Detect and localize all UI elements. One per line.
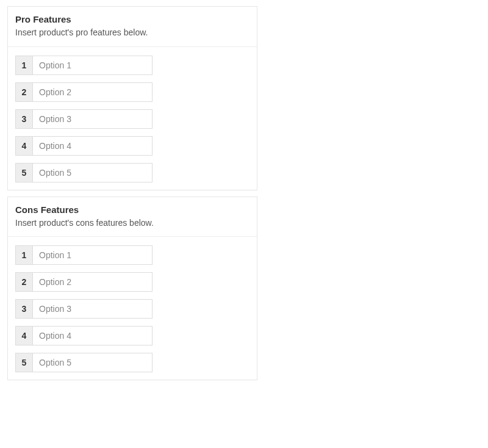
cons-option-number-2: 2: [15, 272, 32, 292]
pro-option-number-5: 5: [15, 163, 32, 182]
cons-option-row-2: 2: [15, 272, 152, 292]
cons-features-title: Cons Features: [15, 203, 249, 216]
cons-option-number-3: 3: [15, 299, 32, 319]
cons-option-row-5: 5: [15, 353, 152, 372]
cons-option-row-3: 3: [15, 299, 152, 319]
pro-option-input-4[interactable]: [32, 136, 152, 156]
cons-features-header: Cons Features Insert product's cons feat…: [8, 197, 257, 237]
cons-features-panel: Cons Features Insert product's cons feat…: [7, 197, 257, 381]
pro-features-title: Pro Features: [15, 13, 249, 26]
pro-option-row-5: 5: [15, 163, 152, 182]
pro-option-row-2: 2: [15, 82, 152, 102]
pro-option-row-1: 1: [15, 56, 152, 75]
pro-features-header: Pro Features Insert product's pro featur…: [8, 7, 257, 47]
cons-features-subtitle: Insert product's cons features below.: [15, 217, 249, 229]
pro-option-input-3[interactable]: [32, 109, 152, 129]
pro-option-number-2: 2: [15, 82, 32, 102]
pro-option-number-3: 3: [15, 109, 32, 129]
pro-features-body: 1 2 3 4 5: [8, 47, 257, 190]
cons-option-number-5: 5: [15, 353, 32, 372]
cons-option-number-1: 1: [15, 245, 32, 265]
cons-option-row-1: 1: [15, 245, 152, 265]
pro-option-input-2[interactable]: [32, 82, 152, 102]
pro-option-input-5[interactable]: [32, 163, 152, 182]
pro-option-number-4: 4: [15, 136, 32, 156]
pro-option-number-1: 1: [15, 56, 32, 75]
cons-features-body: 1 2 3 4 5: [8, 237, 257, 380]
cons-option-number-4: 4: [15, 326, 32, 345]
cons-option-input-3[interactable]: [32, 299, 152, 319]
pro-features-panel: Pro Features Insert product's pro featur…: [7, 6, 257, 190]
cons-option-input-2[interactable]: [32, 272, 152, 292]
pro-features-subtitle: Insert product's pro features below.: [15, 27, 249, 39]
cons-option-input-1[interactable]: [32, 245, 152, 265]
pro-option-row-4: 4: [15, 136, 152, 156]
pro-option-input-1[interactable]: [32, 56, 152, 75]
cons-option-input-5[interactable]: [32, 353, 152, 372]
cons-option-input-4[interactable]: [32, 326, 152, 345]
pro-option-row-3: 3: [15, 109, 152, 129]
cons-option-row-4: 4: [15, 326, 152, 345]
